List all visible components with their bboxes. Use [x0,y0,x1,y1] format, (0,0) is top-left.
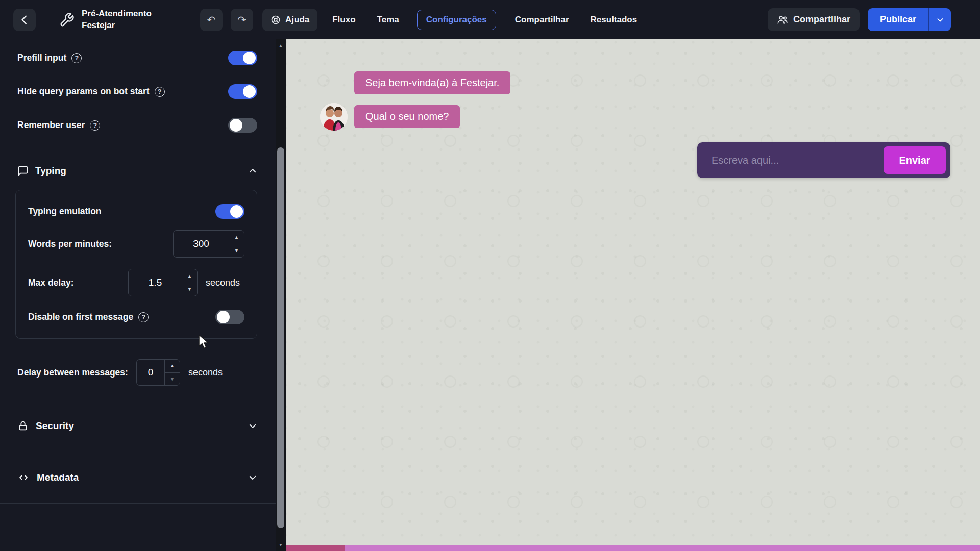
redo-icon: ↷ [238,14,247,26]
setting-row-prefill-input: Prefill input? [17,51,257,65]
hide-query-params-toggle[interactable] [228,84,257,99]
wpm-number-input: ▲ ▼ [173,230,244,258]
bot-message-bubble: Qual o seu nome? [354,105,460,128]
wpm-field[interactable] [174,231,229,257]
disable-first-message-row: Disable on first message? [28,310,244,324]
preview-text-input[interactable] [697,154,884,167]
preview-input-bar: Enviar [697,142,950,178]
typing-emulation-row: Typing emulation [28,204,244,219]
top-bar-actions: Compartilhar Publicar [768,8,951,31]
setting-label: Max delay: [28,278,128,288]
help-circle-icon[interactable]: ? [155,87,165,97]
section-divider [0,152,276,152]
publish-split-button: Publicar [868,8,951,31]
help-circle-icon[interactable]: ? [71,53,82,63]
setting-label: Typing emulation [28,206,102,217]
delay-decrement-button[interactable]: ▼ [165,373,180,386]
stepper-up-icon: ▲ [170,363,175,368]
section-title: Security [36,420,74,432]
unit-label: seconds [206,278,240,288]
setting-label: Words per minutes: [28,239,112,249]
setting-row-hide-query-params: Hide query params on bot start? [17,84,257,99]
help-button[interactable]: Ajuda [262,9,317,31]
delay-steppers: ▲ ▼ [164,360,180,385]
progress-bar-track [345,545,980,551]
tab-configuracoes[interactable]: Configurações [417,10,496,30]
tab-resultados[interactable]: Resultados [584,10,644,30]
typing-emulation-toggle[interactable] [215,204,244,219]
users-icon [777,14,788,26]
remember-user-toggle[interactable] [228,118,257,133]
tab-label: Tema [377,15,399,24]
tab-label: Fluxo [332,15,355,24]
send-button[interactable]: Enviar [884,146,946,174]
max-delay-field[interactable] [129,269,182,296]
words-per-minute-row: Words per minutes: ▲ ▼ [28,230,244,258]
lock-icon [17,420,29,432]
max-delay-number-input: ▲ ▼ [128,269,198,296]
help-button-label: Ajuda [285,15,309,25]
max-delay-row: Max delay: ▲ ▼ seconds [28,269,244,296]
delay-increment-button[interactable]: ▲ [165,360,180,373]
settings-sidebar: Prefill input? Hide query params on bot … [0,39,276,551]
stepper-down-icon: ▼ [187,287,192,292]
tab-tema[interactable]: Tema [371,10,406,30]
scrollbar-up-arrow[interactable]: ▲ [276,42,286,49]
share-button[interactable]: Compartilhar [768,8,860,31]
prefill-input-toggle[interactable] [228,51,257,65]
scrollbar-thumb[interactable] [277,147,284,528]
wpm-steppers: ▲ ▼ [229,231,244,257]
publish-dropdown-button[interactable] [928,8,951,31]
max-delay-steppers: ▲ ▼ [182,269,197,296]
message-square-icon [17,165,29,177]
stepper-up-icon: ▲ [234,235,239,240]
max-delay-increment-button[interactable]: ▲ [182,269,197,283]
toggle-knob [243,85,256,98]
section-typing-header[interactable]: Typing [17,165,257,177]
tab-compartilhar[interactable]: Compartilhar [508,10,576,30]
unit-label: seconds [188,367,223,378]
tab-label: Resultados [591,15,638,24]
progress-bar-filled [286,545,345,551]
undo-icon: ↶ [207,14,216,26]
stepper-up-icon: ▲ [187,273,192,279]
setting-label: Prefill input [17,53,66,63]
wpm-increment-button[interactable]: ▲ [229,231,244,244]
publish-button[interactable]: Publicar [868,8,928,31]
back-button[interactable] [13,9,36,31]
redo-button[interactable]: ↷ [231,9,253,31]
toggle-knob [230,205,243,218]
bot-preview-area: Seja bem-vinda(a) à Festejar. Qual o seu… [286,39,980,551]
lifebuoy-icon [271,15,281,25]
section-title: Typing [35,165,66,177]
setting-label: Remember user [17,120,85,131]
max-delay-decrement-button[interactable]: ▼ [182,283,197,296]
tab-label: Compartilhar [515,15,569,24]
delay-field[interactable] [137,360,164,385]
chevron-down-icon [936,16,944,24]
scrollbar-down-arrow[interactable]: ▼ [276,541,286,548]
setting-label: Disable on first message [28,312,133,322]
help-circle-icon[interactable]: ? [90,120,100,131]
setting-label: Delay between messages: [17,367,128,378]
toggle-knob [230,119,242,132]
wpm-decrement-button[interactable]: ▼ [229,244,244,258]
disable-first-message-toggle[interactable] [215,310,244,324]
setting-row-remember-user: Remember user? [17,118,257,133]
chevron-left-icon [19,14,30,26]
undo-button[interactable]: ↶ [200,9,223,31]
sidebar-scrollbar[interactable]: ▲ ▼ [276,39,286,551]
section-security[interactable]: Security [0,400,276,452]
chevron-down-icon [248,421,257,431]
preview-progress-bar [286,545,980,551]
publish-button-label: Publicar [880,14,916,24]
help-circle-icon[interactable]: ? [138,312,149,322]
wrench-icon [59,12,75,28]
send-button-label: Enviar [899,155,930,166]
stepper-down-icon: ▼ [234,248,239,253]
top-bar: Pré-Atendimento Festejar ↶ ↷ Ajuda Fluxo… [0,0,980,39]
delay-between-messages-row: Delay between messages: ▲ ▼ seconds [17,359,276,386]
section-metadata[interactable]: Metadata [0,452,276,503]
tab-fluxo[interactable]: Fluxo [326,10,362,30]
tab-label: Configurações [426,15,487,24]
